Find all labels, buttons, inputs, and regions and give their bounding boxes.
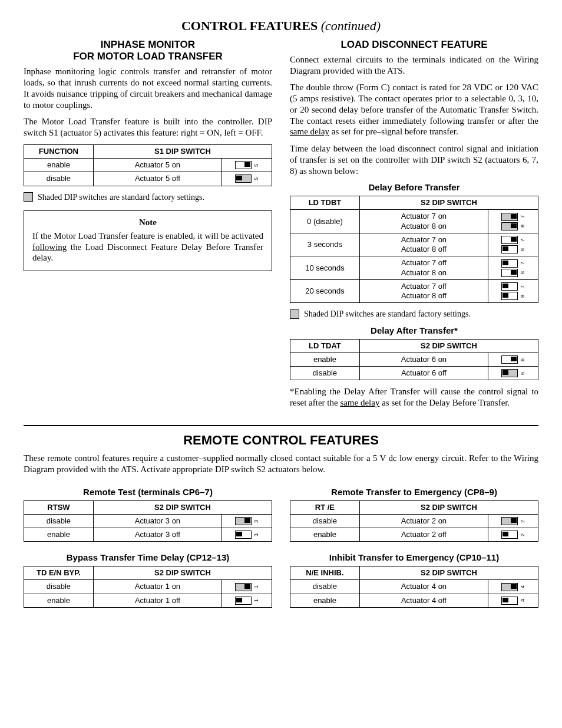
dip-switch-icon: 7 8 — [488, 210, 538, 233]
ld-p2: The double throw (Form C) contact is rat… — [290, 82, 538, 137]
dip-switch-icon: 2 — [488, 528, 538, 542]
ld-p3: Time delay between the load disconnect c… — [290, 143, 538, 176]
remote-right: Remote Transfer to Emergency (CP8–9) RT … — [290, 481, 538, 608]
table-row: disableActuator 4 on4 — [290, 580, 538, 594]
title-ital: (continued) — [321, 18, 381, 33]
table-row: enableActuator 1 off1 — [24, 594, 272, 607]
th-s1: S1 DIP SWITCH — [93, 144, 272, 158]
divider — [24, 425, 538, 426]
table-row: 20 seconds Actuator 7 offActuator 8 off … — [290, 279, 538, 303]
page-title: CONTROL FEATURES (continued) — [24, 18, 538, 34]
table-row: disableActuator 1 on1 — [24, 580, 272, 594]
dip-switch-icon: 2 — [488, 514, 538, 528]
table-row: FUNCTION S1 DIP SWITCH — [24, 144, 272, 158]
right-column: LOAD DISCONNECT FEATURE Connect external… — [290, 34, 538, 414]
inphase-table: FUNCTION S1 DIP SWITCH enable Actuator 5… — [24, 144, 272, 186]
dip-switch-icon: 3 — [222, 514, 272, 528]
rt-table: RTSWS2 DIP SWITCH disableActuator 3 on3 … — [24, 500, 272, 542]
rte-heading: Remote Transfer to Emergency (CP8–9) — [290, 487, 538, 498]
dip-switch-icon: 5 — [222, 159, 272, 172]
dip-switch-icon: 4 — [488, 594, 538, 607]
table-row: disableActuator 3 on3 — [24, 514, 272, 528]
inphase-p1: Inphase monitoring logic controls transf… — [24, 66, 272, 110]
remote-intro: These remote control features require a … — [24, 453, 538, 475]
remote-title: REMOTE CONTROL FEATURES — [24, 432, 538, 449]
load-disconnect-heading: LOAD DISCONNECT FEATURE — [290, 39, 538, 51]
table-row: RT /ES2 DIP SWITCH — [290, 500, 538, 514]
table-row: disable Actuator 5 off 5 — [24, 172, 272, 186]
table-row: enable Actuator 5 on 5 — [24, 159, 272, 172]
inphase-p2: The Motor Load Transfer feature is built… — [24, 116, 272, 139]
table-row: disable Actuator 6 off 6 — [290, 367, 538, 380]
note-title: Note — [32, 217, 263, 228]
dip-switch-icon: 1 — [222, 594, 272, 607]
remote-left: Remote Test (terminals CP6–7) RTSWS2 DIP… — [24, 481, 272, 608]
shaded-swatch-icon — [290, 309, 299, 319]
left-column: INPHASE MONITOR FOR MOTOR LOAD TRANSFER … — [24, 34, 272, 414]
table-row: enableActuator 2 off2 — [290, 528, 538, 542]
dip-switch-icon: 3 — [222, 528, 272, 542]
table-row: enableActuator 4 off4 — [290, 594, 538, 607]
inphase-heading: INPHASE MONITOR FOR MOTOR LOAD TRANSFER — [24, 39, 272, 63]
dip-switch-icon: 1 — [222, 580, 272, 594]
table-row: 3 seconds Actuator 7 onActuator 8 off 7 … — [290, 233, 538, 256]
table-row: LD TDBTS2 DIP SWITCH — [290, 196, 538, 210]
ld-p1: Connect external circuits to the termina… — [290, 54, 538, 77]
table-row: enable Actuator 6 on 6 — [290, 353, 538, 366]
table-row: RTSWS2 DIP SWITCH — [24, 500, 272, 514]
note-body: If the Motor Load Transfer feature is en… — [32, 230, 263, 263]
byp-table: TD E/N BYP.S2 DIP SWITCH disableActuator… — [24, 566, 272, 608]
dip-switch-icon: 7 8 — [488, 256, 538, 280]
dbt-table: LD TDBTS2 DIP SWITCH 0 (disable) Actuato… — [290, 196, 538, 303]
dip-switch-icon: 7 8 — [488, 279, 538, 303]
dat-table: LD TDATS2 DIP SWITCH enable Actuator 6 o… — [290, 339, 538, 381]
rte-table: RT /ES2 DIP SWITCH disableActuator 2 on2… — [290, 500, 538, 542]
dbt-heading: Delay Before Transfer — [290, 182, 538, 193]
table-row: 0 (disable) Actuator 7 onActuator 8 on 7… — [290, 210, 538, 233]
title-bold: CONTROL FEATURES — [181, 18, 318, 33]
dat-heading: Delay After Transfer* — [290, 325, 538, 337]
inh-table: N/E INHIB.S2 DIP SWITCH disableActuator … — [290, 566, 538, 608]
table-row: LD TDATS2 DIP SWITCH — [290, 339, 538, 353]
byp-heading: Bypass Transfer Time Delay (CP12–13) — [24, 552, 272, 564]
note-box: Note If the Motor Load Transfer feature … — [24, 210, 272, 271]
table-row: N/E INHIB.S2 DIP SWITCH — [290, 566, 538, 580]
rt-heading: Remote Test (terminals CP6–7) — [24, 487, 272, 498]
th-function: FUNCTION — [24, 144, 94, 158]
dip-switch-icon: 7 8 — [488, 233, 538, 256]
table-row: enableActuator 3 off3 — [24, 528, 272, 542]
legend: Shaded DIP switches are standard factory… — [290, 309, 538, 319]
inh-heading: Inhibit Transfer to Emergency (CP10–11) — [290, 552, 538, 564]
table-row: TD E/N BYP.S2 DIP SWITCH — [24, 566, 272, 580]
dip-switch-icon: 6 — [488, 367, 538, 380]
dip-switch-icon: 5 — [222, 172, 272, 186]
table-row: disableActuator 2 on2 — [290, 514, 538, 528]
table-row: 10 seconds Actuator 7 offActuator 8 on 7… — [290, 256, 538, 280]
shaded-swatch-icon — [24, 192, 33, 202]
dat-footnote: *Enabling the Delay After Transfer will … — [290, 386, 538, 409]
dip-switch-icon: 4 — [488, 580, 538, 594]
legend: Shaded DIP switches are standard factory… — [24, 192, 272, 203]
dip-switch-icon: 6 — [488, 353, 538, 366]
